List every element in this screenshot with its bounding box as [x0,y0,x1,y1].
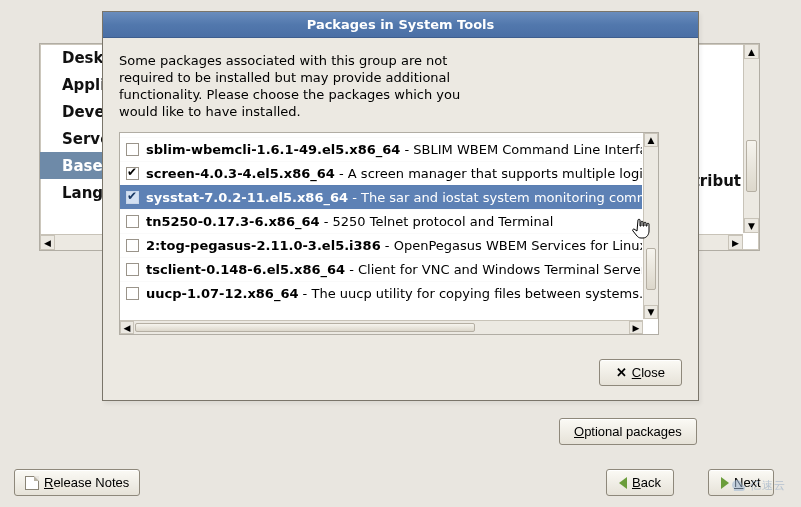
package-label: screen-4.0.3-4.el5.x86_64 - A screen man… [146,166,642,181]
package-checkbox[interactable] [126,239,139,252]
package-label: sblim-wbemcli-1.6.1-49.el5.x86_64 - SBLI… [146,142,642,157]
release-notes-button[interactable]: Release Notes [14,469,140,496]
package-checkbox[interactable] [126,287,139,300]
dialog-description: Some packages associated with this group… [119,52,479,120]
close-button[interactable]: ✕ Close [599,359,682,386]
package-checkbox[interactable] [126,191,139,204]
scroll-right-icon[interactable]: ▶ [629,321,643,334]
package-checkbox[interactable] [126,167,139,180]
packages-dialog: Packages in System Tools Some packages a… [102,11,699,401]
back-button[interactable]: Back [606,469,674,496]
package-label: sysstat-7.0.2-11.el5.x86_64 - The sar an… [146,190,642,205]
close-label: Close [632,365,665,380]
group-label-partial: tribut [693,172,741,190]
arrow-left-icon [619,477,627,489]
package-name: 2:tog-pegasus-2.11.0-3.el5.i386 [146,238,381,253]
back-label: Back [632,475,661,490]
package-label: 2:tog-pegasus-2.11.0-3.el5.i386 - OpenPe… [146,238,642,253]
package-row[interactable]: tsclient-0.148-6.el5.x86_64 - Client for… [120,257,642,281]
watermark-logo: 亿速云 [719,471,795,499]
package-description: The sar and iostat system monitoring com… [361,190,642,205]
scroll-down-icon[interactable]: ▼ [644,305,658,319]
scroll-down-icon[interactable]: ▼ [744,218,759,233]
package-description: 5250 Telnet protocol and Terminal [333,214,554,229]
optional-packages-label: Optional packages [574,424,682,439]
package-description: A screen manager that supports multiple … [348,166,642,181]
document-icon [25,476,39,490]
scrollbar-thumb[interactable] [135,323,475,332]
optional-packages-button[interactable]: Optional packages [559,418,697,445]
package-row[interactable]: uucp-1.07-12.x86_64 - The uucp utility f… [120,281,642,305]
package-description: SBLIM WBEM Command Line Interface [413,142,642,157]
package-checkbox[interactable] [126,215,139,228]
package-description: The uucp utility for copying files betwe… [311,286,642,301]
release-notes-label: Release Notes [44,475,129,490]
package-name: uucp-1.07-12.x86_64 [146,286,298,301]
package-list-box: sblim-gather-2.2.3-49.el5.i386 - SBLIM G… [119,132,659,335]
package-name: tn5250-0.17.3-6.x86_64 [146,214,320,229]
dialog-title: Packages in System Tools [103,12,698,38]
scrollbar-thumb[interactable] [746,140,757,192]
package-row[interactable]: sblim-wbemcli-1.6.1-49.el5.x86_64 - SBLI… [120,137,642,161]
package-checkbox[interactable] [126,143,139,156]
scroll-left-icon[interactable]: ◀ [120,321,134,334]
package-name: screen-4.0.3-4.el5.x86_64 [146,166,335,181]
scroll-right-icon[interactable]: ▶ [728,235,743,250]
package-name: sblim-wbemcli-1.6.1-49.el5.x86_64 [146,142,400,157]
scroll-up-icon[interactable]: ▲ [644,133,658,147]
category-scrollbar-vertical[interactable]: ▲ ▼ [743,44,759,233]
scroll-left-icon[interactable]: ◀ [40,235,55,250]
package-label: uucp-1.07-12.x86_64 - The uucp utility f… [146,286,642,301]
scrollbar-thumb[interactable] [646,248,656,290]
package-row[interactable]: sysstat-7.0.2-11.el5.x86_64 - The sar an… [120,185,642,209]
package-scrollbar-vertical[interactable]: ▲ ▼ [643,133,658,319]
package-label: tsclient-0.148-6.el5.x86_64 - Client for… [146,262,642,277]
close-icon: ✕ [616,367,627,379]
scroll-up-icon[interactable]: ▲ [744,44,759,59]
package-list[interactable]: sblim-gather-2.2.3-49.el5.i386 - SBLIM G… [120,133,642,319]
package-label: tn5250-0.17.3-6.x86_64 - 5250 Telnet pro… [146,214,553,229]
package-description: Client for VNC and Windows Terminal Serv… [358,262,642,277]
package-scrollbar-horizontal[interactable]: ◀ ▶ [120,320,643,334]
package-row[interactable]: tn5250-0.17.3-6.x86_64 - 5250 Telnet pro… [120,209,642,233]
package-checkbox[interactable] [126,263,139,276]
package-name: tsclient-0.148-6.el5.x86_64 [146,262,345,277]
package-description: OpenPegasus WBEM Services for Linux [394,238,642,253]
package-name: sysstat-7.0.2-11.el5.x86_64 [146,190,348,205]
package-row[interactable]: 2:tog-pegasus-2.11.0-3.el5.i386 - OpenPe… [120,233,642,257]
package-row[interactable]: screen-4.0.3-4.el5.x86_64 - A screen man… [120,161,642,185]
